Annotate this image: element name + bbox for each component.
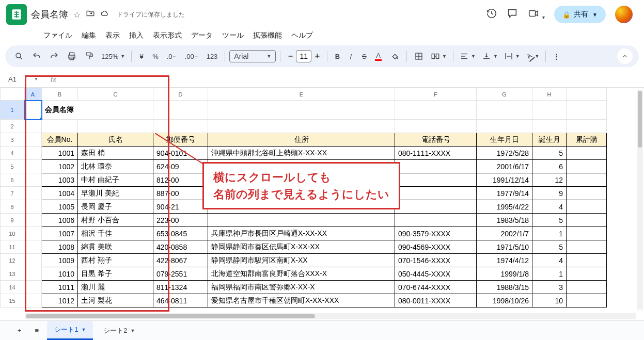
zoom-select[interactable]: 125% ▼ xyxy=(99,53,127,60)
increase-decimal-icon[interactable]: .00→ xyxy=(182,51,201,62)
paint-format-icon[interactable] xyxy=(82,50,97,63)
member-name[interactable]: 西村 翔子 xyxy=(78,254,153,267)
zip[interactable]: 079-2551 xyxy=(153,267,208,281)
all-sheets-button[interactable]: ≡ xyxy=(30,323,44,337)
row-header[interactable]: 8 xyxy=(1,200,24,214)
zip[interactable]: 904-0101 xyxy=(153,147,208,160)
dob[interactable]: 1998/10/26 xyxy=(477,294,532,307)
share-button[interactable]: 🔒 共有 ▼ xyxy=(554,6,606,23)
cell[interactable] xyxy=(24,214,42,227)
cell[interactable] xyxy=(24,200,42,214)
cell[interactable] xyxy=(24,281,42,294)
member-name[interactable]: 目黒 希子 xyxy=(78,267,153,281)
total[interactable] xyxy=(567,281,607,294)
col-header-D[interactable]: D xyxy=(153,88,208,101)
table-header[interactable]: 累計購 xyxy=(567,133,607,147)
col-header-E[interactable]: E xyxy=(208,88,395,101)
col-header-I[interactable] xyxy=(567,88,607,101)
add-sheet-button[interactable]: + xyxy=(12,323,27,337)
total[interactable] xyxy=(567,160,607,173)
dob[interactable]: 1983/5/18 xyxy=(477,214,532,227)
table-header[interactable]: 住所 xyxy=(208,133,395,147)
bold-icon[interactable]: B xyxy=(332,51,343,62)
menu-データ[interactable]: データ xyxy=(187,29,217,42)
member-no[interactable]: 1007 xyxy=(42,227,78,240)
merge-cells-icon[interactable]: ▼ xyxy=(429,50,449,63)
total[interactable] xyxy=(567,227,607,240)
account-avatar[interactable] xyxy=(615,6,633,23)
row-header[interactable]: 2 xyxy=(1,120,24,133)
menu-ファイル[interactable]: ファイル xyxy=(39,29,76,42)
dob[interactable]: 2001/6/17 xyxy=(477,160,532,173)
address[interactable]: 兵庫県神戸市長田区戸崎通X-XX-XX xyxy=(208,227,395,240)
cell[interactable] xyxy=(24,120,42,133)
cell[interactable] xyxy=(24,160,42,173)
col-header-G[interactable]: G xyxy=(477,88,532,101)
dob[interactable]: 1988/3/15 xyxy=(477,281,532,294)
member-name[interactable]: 村野 小百合 xyxy=(78,214,153,227)
phone[interactable]: 080-1111-XXXX xyxy=(395,147,477,160)
sheets-logo[interactable] xyxy=(6,4,27,25)
document-title[interactable]: 会員名簿 xyxy=(31,8,68,21)
cell[interactable] xyxy=(477,120,532,133)
birth-month[interactable]: 6 xyxy=(532,160,567,173)
cell[interactable] xyxy=(532,101,567,120)
member-no[interactable]: 1002 xyxy=(42,160,78,173)
zip[interactable]: 812-00 xyxy=(153,173,208,187)
cell-A1[interactable] xyxy=(24,101,42,120)
col-header-A[interactable]: A xyxy=(24,88,42,101)
zip[interactable]: 653-0845 xyxy=(153,227,208,240)
birth-month[interactable]: 3 xyxy=(532,281,567,294)
row-header[interactable]: 13 xyxy=(1,267,24,281)
member-no[interactable]: 1004 xyxy=(42,187,78,200)
valign-icon[interactable]: ▼ xyxy=(480,50,500,63)
row-header[interactable]: 14 xyxy=(1,281,24,294)
dob[interactable]: 1999/1/8 xyxy=(477,267,532,281)
number-format-icon[interactable]: 123 xyxy=(203,51,221,62)
zip[interactable]: 464-0811 xyxy=(153,294,208,307)
member-no[interactable]: 1006 xyxy=(42,214,78,227)
rotate-icon[interactable]: A▼ xyxy=(524,50,542,63)
total[interactable] xyxy=(567,187,607,200)
phone[interactable]: 080-0011-XXXX xyxy=(395,294,477,307)
meet-icon[interactable]: ▾ xyxy=(527,8,545,22)
menu-ツール[interactable]: ツール xyxy=(218,29,248,42)
zip[interactable]: 624-09 xyxy=(153,160,208,173)
cell[interactable] xyxy=(532,120,567,133)
sheet-tab-1[interactable]: シート1▼ xyxy=(47,321,93,340)
cell[interactable] xyxy=(477,101,532,120)
wrap-icon[interactable]: ▼ xyxy=(502,50,522,63)
member-no[interactable]: 1005 xyxy=(42,200,78,214)
member-name[interactable]: 土河 梨花 xyxy=(78,294,153,307)
phone[interactable]: 090-3579-XXXX xyxy=(395,227,477,240)
member-name[interactable]: 森田 梢 xyxy=(78,147,153,160)
table-header[interactable]: 会員No. xyxy=(42,133,78,147)
zip[interactable]: 904-21 xyxy=(153,200,208,214)
cell[interactable] xyxy=(42,120,78,133)
total[interactable] xyxy=(567,240,607,254)
cell[interactable] xyxy=(24,240,42,254)
address[interactable] xyxy=(208,214,395,227)
italic-icon[interactable]: I xyxy=(345,51,356,62)
strikethrough-icon[interactable]: S xyxy=(358,51,370,62)
zip[interactable]: 887-00 xyxy=(153,187,208,200)
decrease-decimal-icon[interactable]: .0← xyxy=(164,51,180,62)
birth-month[interactable]: 5 xyxy=(532,240,567,254)
member-no[interactable]: 1001 xyxy=(42,147,78,160)
birth-month[interactable]: 5 xyxy=(532,214,567,227)
decrease-font-button[interactable]: − xyxy=(285,52,296,61)
dob[interactable]: 2002/1/7 xyxy=(477,227,532,240)
address[interactable]: 静岡県静岡市葵区伝馬町X-XX-XX xyxy=(208,240,395,254)
phone[interactable] xyxy=(395,214,477,227)
phone[interactable] xyxy=(395,200,477,214)
horizontal-scrollbar[interactable] xyxy=(25,313,636,319)
member-no[interactable]: 1009 xyxy=(42,254,78,267)
member-no[interactable]: 1011 xyxy=(42,281,78,294)
menu-表示形式[interactable]: 表示形式 xyxy=(149,29,186,42)
dob[interactable]: 1995/4/22 xyxy=(477,200,532,214)
table-header[interactable]: 氏名 xyxy=(78,133,153,147)
birth-month[interactable]: 10 xyxy=(532,294,567,307)
total[interactable] xyxy=(567,214,607,227)
row-header[interactable]: 4 xyxy=(1,147,24,160)
phone[interactable] xyxy=(395,173,477,187)
